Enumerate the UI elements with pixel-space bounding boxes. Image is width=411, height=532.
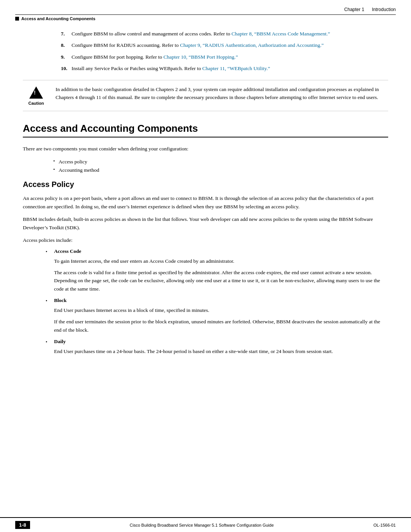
policy-item-access-code-header: • Access Code [46, 248, 388, 255]
footer-page-number: 1-8 [15, 521, 30, 529]
bullet-accounting-method: Accounting method [53, 166, 388, 174]
list-item-7: 7. Configure BBSM to allow control and m… [61, 30, 388, 38]
item-8-text: Configure BBSM for RADIUS accounting. Re… [72, 42, 388, 49]
policy-item-access-code: • Access Code To gain Internet access, t… [46, 248, 388, 293]
policy-item-block: • Block End User purchases Internet acce… [46, 297, 388, 334]
breadcrumb-left: Access and Accounting Components [15, 16, 96, 21]
list-item-9: 9. Configure BBSM for port hopping. Refe… [61, 53, 388, 61]
item-10-text: Install any Service Packs or Patches usi… [72, 65, 388, 72]
item-10-num: 10. [61, 65, 68, 72]
item-8-num: 8. [61, 42, 68, 49]
block-title: Block [54, 297, 67, 304]
access-policy-para2: BBSM includes default, built-in access p… [23, 215, 388, 232]
main-section-intro: There are two components you must consid… [23, 145, 388, 153]
footer-doc-title: Cisco Building Broadband Service Manager… [30, 523, 373, 527]
daily-bullet-icon: • [46, 339, 50, 345]
page-footer: 1-8 Cisco Building Broadband Service Man… [0, 517, 411, 532]
access-code-title: Access Code [54, 248, 81, 254]
main-section-title: Access and Accounting Components [23, 123, 388, 137]
access-policy-para1: An access policy is on a per-port basis,… [23, 194, 388, 211]
access-code-body2: The access code is valid for a finite ti… [54, 268, 388, 293]
daily-body1: End User purchases time on a 24-hour bas… [54, 347, 388, 356]
block-body2: If the end user terminates the session p… [54, 318, 388, 334]
item-9-text: Configure BBSM for port hopping. Refer t… [72, 53, 388, 61]
policy-item-daily-header: • Daily [46, 339, 388, 345]
caution-triangle-icon [29, 86, 43, 99]
item-7-num: 7. [61, 30, 68, 38]
bullet-access-policy: Access policy [53, 158, 388, 166]
caution-box: Caution In addition to the basic configu… [23, 80, 388, 111]
access-policies-intro: Access policies include: [23, 236, 388, 244]
link-ch10[interactable]: Chapter 10, “BBSM Port Hopping.” [163, 54, 238, 60]
access-policy-title: Access Policy [23, 180, 388, 189]
item-9-num: 9. [61, 53, 68, 61]
access-code-body1: To gain Internet access, the end user en… [54, 257, 388, 265]
caution-text: In addition to the basic configuration d… [56, 86, 388, 102]
header-right: Chapter 1 Introduction [344, 7, 396, 12]
daily-title: Daily [54, 339, 66, 345]
breadcrumb-bar: Access and Accounting Components [0, 15, 411, 22]
item-7-text: Configure BBSM to allow control and mana… [72, 30, 388, 38]
link-ch9[interactable]: Chapter 9, “RADIUS Authentication, Autho… [180, 42, 324, 48]
breadcrumb-icon [15, 17, 19, 21]
list-item-8: 8. Configure BBSM for RADIUS accounting.… [61, 42, 388, 49]
content-area: 7. Configure BBSM to allow control and m… [0, 22, 411, 517]
numbered-list: 7. Configure BBSM to allow control and m… [61, 30, 388, 72]
page-header: Chapter 1 Introduction [0, 0, 411, 14]
block-body1: End User purchases Internet access in a … [54, 306, 388, 315]
access-code-bullet-icon: • [46, 249, 50, 255]
link-ch11[interactable]: Chapter 11, “WEBpatch Utility.” [202, 66, 270, 71]
policy-item-block-header: • Block [46, 297, 388, 304]
header-chapter-label: Chapter 1 [344, 7, 365, 12]
caution-label: Caution [29, 101, 44, 105]
main-bullets: Access policy Accounting method [53, 158, 388, 174]
list-item-10: 10. Install any Service Packs or Patches… [61, 65, 388, 72]
footer-doc-number: OL-1566-01 [373, 523, 396, 527]
policy-item-daily: • Daily End User purchases time on a 24-… [46, 339, 388, 356]
header-section-label: Introduction [372, 7, 396, 12]
link-ch8[interactable]: Chapter 8, “BBSM Access Code Management.… [231, 31, 330, 37]
caution-icon-col: Caution [23, 86, 49, 105]
breadcrumb-label: Access and Accounting Components [21, 16, 96, 21]
block-bullet-icon: • [46, 298, 50, 304]
